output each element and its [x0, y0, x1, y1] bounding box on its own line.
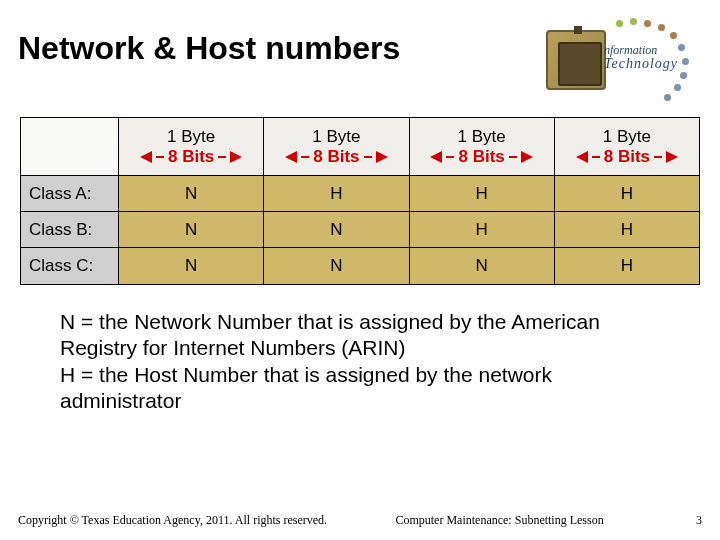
logo-line1: nformation [604, 44, 678, 57]
nh-cell: H [555, 176, 699, 211]
decor-dot [630, 18, 637, 25]
decor-dot [674, 84, 681, 91]
decor-dot [682, 58, 689, 65]
arrow-right-icon [521, 151, 533, 163]
copyright: Copyright © Texas Education Agency, 2011… [18, 513, 327, 528]
table-row: Class B:NNHH [21, 212, 699, 248]
lesson-name: Computer Maintenance: Subnetting Lesson [395, 513, 603, 528]
bits-label: 8 Bits [604, 147, 650, 167]
bits-arrow-row: 8 Bits [285, 147, 387, 167]
nh-cell: N [119, 212, 264, 247]
header-col: 1 Byte8 Bits [410, 118, 555, 175]
ip-class-table: 1 Byte8 Bits1 Byte8 Bits1 Byte8 Bits1 By… [20, 117, 700, 285]
bits-arrow-row: 8 Bits [576, 147, 678, 167]
class-label: Class B: [21, 212, 119, 247]
logo: nformation Technology [546, 18, 696, 106]
header-col: 1 Byte8 Bits [264, 118, 409, 175]
header-spacer [21, 118, 119, 175]
decor-dot [678, 44, 685, 51]
nh-cell: N [264, 212, 409, 247]
logo-text: nformation Technology [604, 44, 678, 71]
decor-dot [644, 20, 651, 27]
arrow-left-icon [140, 151, 152, 163]
arrow-left-icon [430, 151, 442, 163]
byte-label: 1 Byte [458, 127, 506, 147]
nh-cell: N [119, 248, 264, 284]
class-label: Class C: [21, 248, 119, 284]
byte-label: 1 Byte [312, 127, 360, 147]
arrow-right-icon [666, 151, 678, 163]
page-number: 3 [672, 513, 702, 528]
bits-label: 8 Bits [313, 147, 359, 167]
nh-cell: H [555, 248, 699, 284]
nh-cell: N [119, 176, 264, 211]
legend-h: H = the Host Number that is assigned by … [60, 362, 660, 415]
decor-dot [670, 32, 677, 39]
legend-n: N = the Network Number that is assigned … [60, 309, 660, 362]
arrow-right-icon [230, 151, 242, 163]
decor-dot [664, 94, 671, 101]
class-label: Class A: [21, 176, 119, 211]
footer: Copyright © Texas Education Agency, 2011… [0, 513, 720, 528]
bits-arrow-row: 8 Bits [140, 147, 242, 167]
byte-label: 1 Byte [167, 127, 215, 147]
arrow-left-icon [285, 151, 297, 163]
legend: N = the Network Number that is assigned … [60, 309, 660, 414]
nh-cell: N [410, 248, 555, 284]
nh-cell: H [264, 176, 409, 211]
header-col: 1 Byte8 Bits [119, 118, 264, 175]
nh-cell: H [410, 176, 555, 211]
bits-label: 8 Bits [458, 147, 504, 167]
logo-line2: Technology [604, 57, 678, 72]
nh-cell: N [264, 248, 409, 284]
table-header-row: 1 Byte8 Bits1 Byte8 Bits1 Byte8 Bits1 By… [21, 118, 699, 176]
bits-label: 8 Bits [168, 147, 214, 167]
chip-icon [546, 30, 606, 90]
header-col: 1 Byte8 Bits [555, 118, 699, 175]
nh-cell: H [555, 212, 699, 247]
decor-dot [658, 24, 665, 31]
arrow-left-icon [576, 151, 588, 163]
table-row: Class A:NHHH [21, 176, 699, 212]
table-row: Class C:NNNH [21, 248, 699, 284]
bits-arrow-row: 8 Bits [430, 147, 532, 167]
nh-cell: H [410, 212, 555, 247]
decor-dot [616, 20, 623, 27]
decor-dot [680, 72, 687, 79]
arrow-right-icon [376, 151, 388, 163]
byte-label: 1 Byte [603, 127, 651, 147]
